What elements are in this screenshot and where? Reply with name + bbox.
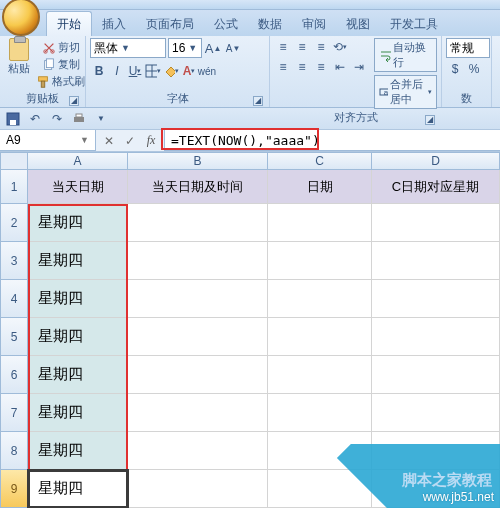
indent-dec-button[interactable]: ⇤ [331,58,349,76]
merge-center-button[interactable]: a 合并后居中▾ [374,75,437,109]
col-header-c[interactable]: C [268,152,372,170]
cell[interactable] [372,356,500,394]
font-dialog-launcher[interactable]: ◢ [253,96,263,106]
percent-button[interactable]: % [465,60,483,78]
orientation-button[interactable]: ⟲▾ [331,38,349,56]
tab-developer[interactable]: 开发工具 [380,12,448,36]
shrink-font-button[interactable]: A▼ [224,39,242,57]
qat-customize-button[interactable]: ▼ [92,110,110,128]
cell[interactable] [268,356,372,394]
col-header-a[interactable]: A [28,152,128,170]
cell[interactable] [268,280,372,318]
row-header[interactable]: 8 [0,432,28,470]
fx-button[interactable]: fx [142,132,160,150]
name-box[interactable]: A9 ▼ [0,130,96,151]
cell[interactable]: 星期四 [28,280,128,318]
row-header[interactable]: 7 [0,394,28,432]
cell[interactable] [268,204,372,242]
cell[interactable]: 星期四 [28,394,128,432]
col-header-b[interactable]: B [128,152,268,170]
cell[interactable] [372,470,500,508]
cell[interactable] [268,394,372,432]
row-header[interactable]: 1 [0,170,28,204]
copy-button[interactable]: 复制 [42,57,80,72]
align-middle-button[interactable]: ≡ [293,38,311,56]
formula-bar[interactable]: =TEXT(NOW(),"aaaa") [164,130,500,151]
fill-color-button[interactable]: ▾ [162,62,180,80]
cell[interactable]: 星期四 [28,242,128,280]
cell[interactable] [372,280,500,318]
row-header[interactable]: 2 [0,204,28,242]
qat-undo-button[interactable]: ↶ [26,110,44,128]
cell[interactable] [372,204,500,242]
cell[interactable] [372,242,500,280]
cell[interactable] [128,394,268,432]
bold-button[interactable]: B [90,62,108,80]
indent-inc-button[interactable]: ⇥ [350,58,368,76]
cell[interactable] [268,470,372,508]
wrap-text-button[interactable]: 自动换行 [374,38,437,72]
cell[interactable] [268,318,372,356]
cell[interactable]: 星期四 [28,204,128,242]
tab-data[interactable]: 数据 [248,12,292,36]
cell[interactable] [128,318,268,356]
row-header[interactable]: 3 [0,242,28,280]
underline-button[interactable]: U▾ [126,62,144,80]
row-header[interactable]: 4 [0,280,28,318]
enter-formula-button[interactable]: ✓ [121,132,139,150]
cell[interactable] [372,394,500,432]
paste-button[interactable]: 粘贴 [4,38,34,76]
font-size-combo[interactable]: 16▼ [168,38,202,58]
cancel-formula-button[interactable]: ✕ [100,132,118,150]
select-all-button[interactable] [0,152,28,170]
cell[interactable] [268,432,372,470]
tab-review[interactable]: 审阅 [292,12,336,36]
cell[interactable] [128,432,268,470]
cell[interactable]: 星期四 [28,356,128,394]
align-center-button[interactable]: ≡ [293,58,311,76]
currency-button[interactable]: $ [446,60,464,78]
font-name-combo[interactable]: 黑体▼ [90,38,166,58]
cell[interactable] [128,204,268,242]
office-button[interactable] [2,0,40,36]
align-right-button[interactable]: ≡ [312,58,330,76]
phonetic-button[interactable]: wén [198,62,216,80]
alignment-dialog-launcher[interactable]: ◢ [425,115,435,125]
row-header[interactable]: 6 [0,356,28,394]
font-color-button[interactable]: A▾ [180,62,198,80]
grow-font-button[interactable]: A▲ [204,39,222,57]
row-header[interactable]: 9 [0,470,28,508]
cut-button[interactable]: 剪切 [42,40,80,55]
cell[interactable] [268,242,372,280]
col-header-d[interactable]: D [372,152,500,170]
tab-view[interactable]: 视图 [336,12,380,36]
cell[interactable]: 日期 [268,170,372,204]
tab-insert[interactable]: 插入 [92,12,136,36]
tab-formulas[interactable]: 公式 [204,12,248,36]
number-format-combo[interactable]: 常规 [446,38,490,58]
row-header[interactable]: 5 [0,318,28,356]
align-bottom-button[interactable]: ≡ [312,38,330,56]
align-left-button[interactable]: ≡ [274,58,292,76]
active-cell[interactable]: 星期四 [28,470,128,508]
cell[interactable] [128,356,268,394]
cell[interactable] [128,280,268,318]
cell[interactable]: C日期对应星期 [372,170,500,204]
qat-print-button[interactable] [70,110,88,128]
align-top-button[interactable]: ≡ [274,38,292,56]
qat-redo-button[interactable]: ↷ [48,110,66,128]
tab-home[interactable]: 开始 [46,11,92,36]
clipboard-dialog-launcher[interactable]: ◢ [69,96,79,106]
italic-button[interactable]: I [108,62,126,80]
cell[interactable]: 星期四 [28,318,128,356]
tab-page-layout[interactable]: 页面布局 [136,12,204,36]
cell[interactable]: 当天日期及时间 [128,170,268,204]
border-button[interactable]: ▾ [144,62,162,80]
qat-save-button[interactable] [4,110,22,128]
cell[interactable] [128,242,268,280]
cell[interactable]: 星期四 [28,432,128,470]
cell[interactable]: 当天日期 [28,170,128,204]
cell[interactable] [372,318,500,356]
cell[interactable] [128,470,268,508]
cell[interactable] [372,432,500,470]
